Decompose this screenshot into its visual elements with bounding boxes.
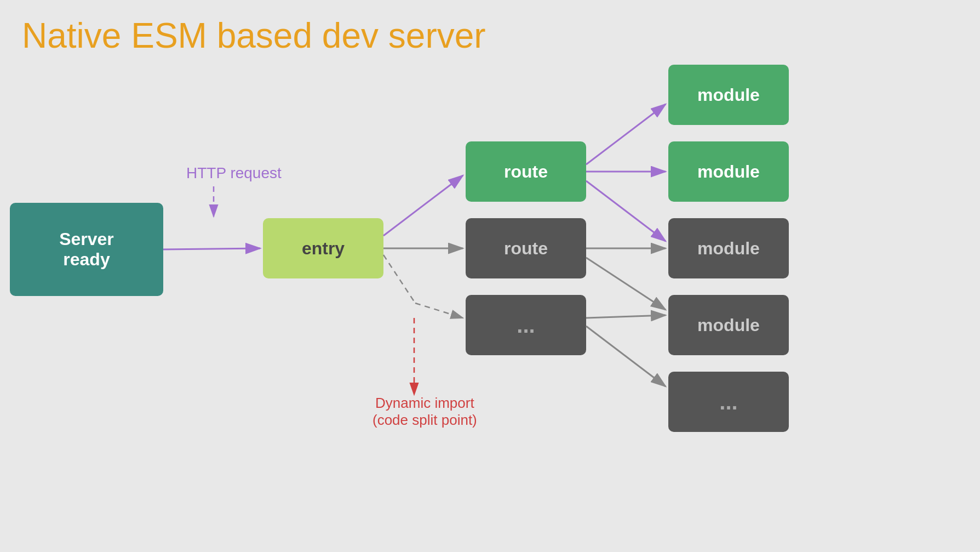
svg-line-15 xyxy=(586,181,666,241)
route-dark-label: route xyxy=(504,238,548,259)
svg-line-16 xyxy=(586,258,666,310)
svg-line-9 xyxy=(415,303,463,318)
entry-label: entry xyxy=(302,238,345,259)
module-1-box: module xyxy=(668,65,789,125)
dynamic-import-label: Dynamic import(code split point) xyxy=(372,395,477,429)
route-dark-box: route xyxy=(466,218,586,278)
route-green-box: route xyxy=(466,141,586,202)
svg-line-11 xyxy=(586,104,666,164)
module-3-box: module xyxy=(668,218,789,278)
module-1-label: module xyxy=(697,85,760,105)
dots-right-box: ... xyxy=(668,372,789,432)
http-request-label: HTTP request xyxy=(186,164,282,182)
module-4-box: module xyxy=(668,295,789,355)
module-3-label: module xyxy=(697,238,760,259)
svg-line-6 xyxy=(383,175,463,236)
server-ready-label: Serverready xyxy=(59,229,114,270)
dots-left-box: ... xyxy=(466,295,586,355)
dots-right-label: ... xyxy=(719,390,737,414)
svg-line-14 xyxy=(586,315,666,318)
svg-line-4 xyxy=(163,248,260,249)
dynamic-import-text: Dynamic import(code split point) xyxy=(372,395,477,428)
module-2-box: module xyxy=(668,141,789,202)
entry-box: entry xyxy=(263,218,383,278)
server-ready-box: Serverready xyxy=(10,203,163,296)
svg-line-8 xyxy=(383,255,415,303)
dots-left-label: ... xyxy=(517,313,535,338)
route-green-label: route xyxy=(504,162,548,182)
svg-line-17 xyxy=(586,326,666,386)
module-4-label: module xyxy=(697,315,760,335)
module-2-label: module xyxy=(697,162,760,182)
page-title: Native ESM based dev server xyxy=(22,15,486,56)
